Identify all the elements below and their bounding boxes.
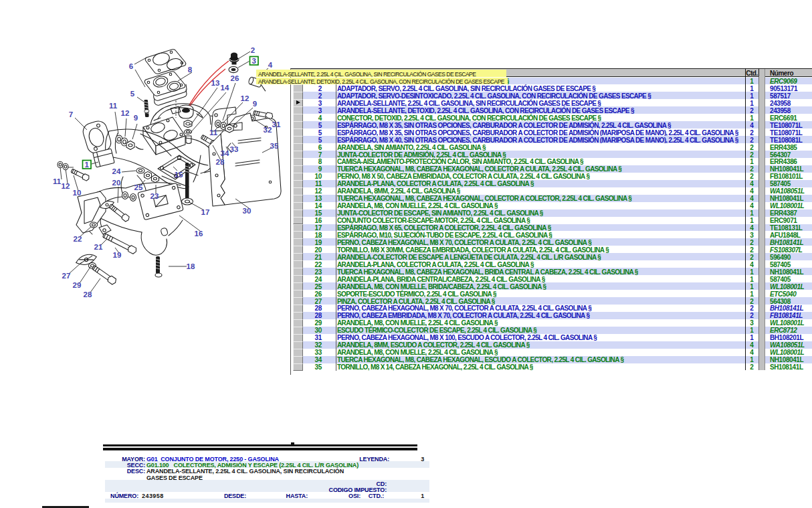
svg-text:1: 1 [85, 161, 90, 169]
svg-text:2: 2 [251, 46, 255, 54]
svg-text:9: 9 [134, 114, 138, 122]
svg-text:34: 34 [221, 149, 229, 157]
svg-text:20: 20 [112, 179, 121, 187]
svg-text:12: 12 [121, 109, 130, 117]
svg-text:29: 29 [73, 281, 82, 289]
svg-text:3: 3 [252, 57, 256, 65]
svg-text:9: 9 [253, 100, 257, 108]
svg-text:14: 14 [221, 84, 229, 92]
svg-text:23: 23 [150, 192, 159, 200]
svg-text:5: 5 [130, 90, 135, 98]
svg-text:12: 12 [62, 182, 70, 190]
svg-text:11: 11 [209, 129, 218, 137]
svg-text:8: 8 [188, 66, 193, 74]
svg-text:13: 13 [211, 79, 220, 87]
svg-text:7: 7 [69, 110, 73, 118]
svg-text:6: 6 [129, 62, 133, 70]
svg-text:25: 25 [134, 183, 143, 191]
svg-text:32: 32 [264, 126, 272, 134]
svg-text:19: 19 [113, 251, 122, 259]
svg-text:10: 10 [73, 189, 82, 197]
svg-text:12: 12 [241, 94, 249, 102]
svg-text:18: 18 [187, 262, 195, 270]
svg-text:11: 11 [53, 177, 62, 185]
svg-text:27: 27 [62, 272, 71, 280]
svg-text:33: 33 [230, 145, 239, 153]
svg-text:21: 21 [94, 243, 103, 251]
svg-text:17: 17 [201, 208, 210, 216]
svg-text:11: 11 [109, 102, 118, 110]
svg-text:35: 35 [270, 142, 279, 150]
svg-text:16: 16 [195, 230, 203, 238]
svg-text:24: 24 [112, 167, 121, 175]
svg-text:31: 31 [272, 120, 281, 129]
svg-text:28: 28 [84, 290, 92, 299]
svg-text:15: 15 [175, 171, 183, 179]
svg-text:30: 30 [243, 207, 251, 215]
svg-text:22: 22 [74, 235, 82, 243]
svg-text:4: 4 [268, 61, 273, 69]
svg-text:28: 28 [216, 158, 225, 166]
svg-text:26: 26 [231, 74, 239, 82]
